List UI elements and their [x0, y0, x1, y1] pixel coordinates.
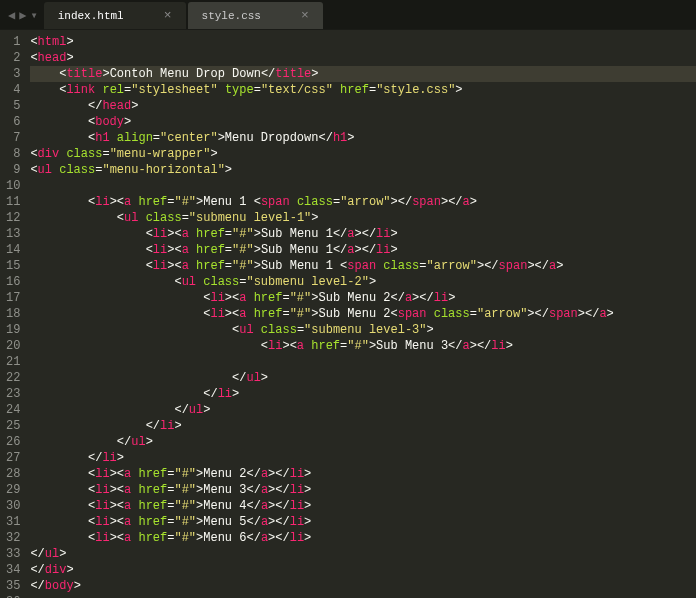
code-line[interactable]: <title>Contoh Menu Drop Down</title>	[30, 66, 696, 82]
code-line[interactable]: </head>	[30, 98, 696, 114]
line-number: 27	[6, 450, 20, 466]
line-number: 26	[6, 434, 20, 450]
nav-dropdown-icon[interactable]: ▾	[30, 8, 37, 23]
code-line[interactable]: </li>	[30, 386, 696, 402]
line-number: 24	[6, 402, 20, 418]
tab-label: index.html	[58, 10, 124, 22]
code-line[interactable]: <li><a href="#">Menu 3</a></li>	[30, 482, 696, 498]
code-line[interactable]: </li>	[30, 418, 696, 434]
line-number: 6	[6, 114, 20, 130]
code-line[interactable]: <div class="menu-wrapper">	[30, 146, 696, 162]
code-line[interactable]: <html>	[30, 34, 696, 50]
editor: 1234567891011121314151617181920212223242…	[0, 30, 696, 598]
code-line[interactable]: <li><a href="#">Menu 4</a></li>	[30, 498, 696, 514]
code-line[interactable]: <ul class="submenu level-3">	[30, 322, 696, 338]
line-number: 13	[6, 226, 20, 242]
line-number: 2	[6, 50, 20, 66]
line-number: 31	[6, 514, 20, 530]
line-number: 18	[6, 306, 20, 322]
code-line[interactable]: <li><a href="#">Menu 5</a></li>	[30, 514, 696, 530]
code-line[interactable]: <li><a href="#">Sub Menu 1</a></li>	[30, 226, 696, 242]
code-line[interactable]: <ul class="submenu level-1">	[30, 210, 696, 226]
code-line[interactable]: <ul class="submenu level-2">	[30, 274, 696, 290]
line-number: 23	[6, 386, 20, 402]
line-number: 28	[6, 466, 20, 482]
code-line[interactable]	[30, 594, 696, 598]
code-line[interactable]: <li><a href="#">Sub Menu 1 <span class="…	[30, 258, 696, 274]
line-number: 19	[6, 322, 20, 338]
code-line[interactable]: <h1 align="center">Menu Dropdown</h1>	[30, 130, 696, 146]
line-number: 25	[6, 418, 20, 434]
line-number: 1	[6, 34, 20, 50]
close-icon[interactable]: ×	[301, 8, 309, 23]
line-number: 32	[6, 530, 20, 546]
nav-back-icon[interactable]: ◀	[8, 8, 15, 23]
nav-forward-icon[interactable]: ▶	[19, 8, 26, 23]
line-number: 30	[6, 498, 20, 514]
line-number: 17	[6, 290, 20, 306]
line-number: 11	[6, 194, 20, 210]
gutter: 1234567891011121314151617181920212223242…	[0, 30, 30, 598]
line-number: 10	[6, 178, 20, 194]
code-line[interactable]: <body>	[30, 114, 696, 130]
tab-bar: ◀ ▶ ▾ index.html×style.css×	[0, 0, 696, 30]
code-line[interactable]: <li><a href="#">Menu 2</a></li>	[30, 466, 696, 482]
code-line[interactable]: <li><a href="#">Sub Menu 1</a></li>	[30, 242, 696, 258]
line-number: 3	[6, 66, 20, 82]
code-line[interactable]: <li><a href="#">Menu 6</a></li>	[30, 530, 696, 546]
nav-arrows: ◀ ▶ ▾	[6, 8, 44, 29]
line-number: 4	[6, 82, 20, 98]
code-area[interactable]: <html><head> <title>Contoh Menu Drop Dow…	[30, 30, 696, 598]
line-number: 21	[6, 354, 20, 370]
line-number: 15	[6, 258, 20, 274]
tab-style-css[interactable]: style.css×	[188, 2, 323, 29]
line-number: 14	[6, 242, 20, 258]
code-line[interactable]: <head>	[30, 50, 696, 66]
code-line[interactable]: </ul>	[30, 370, 696, 386]
code-line[interactable]: <li><a href="#">Sub Menu 2</a></li>	[30, 290, 696, 306]
code-line[interactable]: </li>	[30, 450, 696, 466]
line-number: 16	[6, 274, 20, 290]
line-number: 36	[6, 594, 20, 598]
code-line[interactable]: </div>	[30, 562, 696, 578]
tab-label: style.css	[202, 10, 261, 22]
code-line[interactable]	[30, 178, 696, 194]
close-icon[interactable]: ×	[164, 8, 172, 23]
code-line[interactable]: <ul class="menu-horizontal">	[30, 162, 696, 178]
line-number: 34	[6, 562, 20, 578]
code-line[interactable]: <link rel="stylesheet" type="text/css" h…	[30, 82, 696, 98]
line-number: 20	[6, 338, 20, 354]
code-line[interactable]: </ul>	[30, 402, 696, 418]
line-number: 8	[6, 146, 20, 162]
line-number: 9	[6, 162, 20, 178]
code-line[interactable]: <li><a href="#">Sub Menu 3</a></li>	[30, 338, 696, 354]
code-line[interactable]: <li><a href="#">Sub Menu 2<span class="a…	[30, 306, 696, 322]
code-line[interactable]: </ul>	[30, 546, 696, 562]
code-line[interactable]: </body>	[30, 578, 696, 594]
line-number: 29	[6, 482, 20, 498]
line-number: 5	[6, 98, 20, 114]
line-number: 22	[6, 370, 20, 386]
line-number: 12	[6, 210, 20, 226]
code-line[interactable]: <li><a href="#">Menu 1 <span class="arro…	[30, 194, 696, 210]
tab-index-html[interactable]: index.html×	[44, 2, 186, 29]
line-number: 35	[6, 578, 20, 594]
line-number: 33	[6, 546, 20, 562]
line-number: 7	[6, 130, 20, 146]
code-line[interactable]: </ul>	[30, 434, 696, 450]
code-line[interactable]	[30, 354, 696, 370]
